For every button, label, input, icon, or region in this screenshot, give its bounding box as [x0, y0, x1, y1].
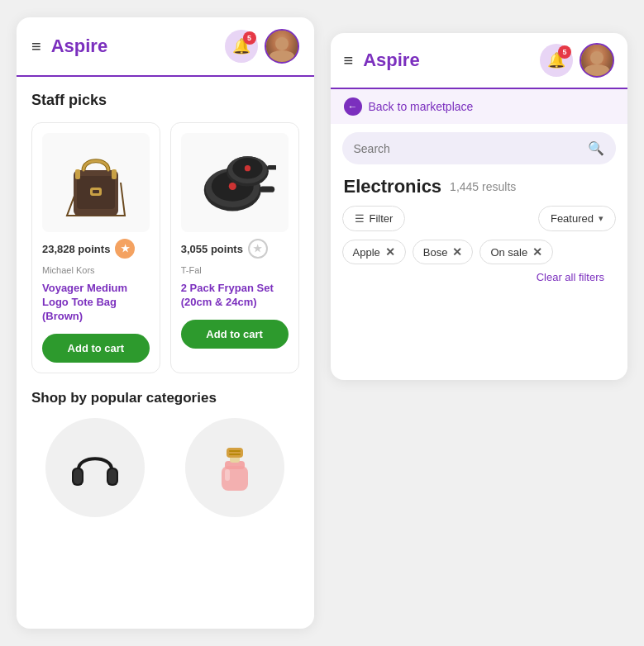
- svg-rect-19: [108, 469, 117, 484]
- search-input[interactable]: [354, 142, 582, 155]
- category-headphones[interactable]: [31, 418, 160, 517]
- svg-rect-25: [229, 454, 241, 455]
- featured-dropdown[interactable]: Featured ▾: [538, 206, 616, 231]
- add-to-cart-button-1[interactable]: Add to cart: [42, 334, 150, 363]
- back-arrow-icon: ←: [344, 97, 362, 116]
- favorite-star-empty[interactable]: ★: [248, 239, 268, 259]
- right-notification-bell[interactable]: 🔔 5: [540, 44, 573, 77]
- svg-rect-23: [227, 448, 243, 458]
- svg-rect-24: [229, 450, 241, 452]
- frypan-image-container: [181, 133, 289, 232]
- perfume-svg: [202, 435, 268, 501]
- search-bar[interactable]: 🔍: [342, 132, 617, 164]
- product2-points: 3,055 points ★: [181, 239, 289, 259]
- product-grid: 23,828 points ★ Michael Kors Voyager Med…: [31, 122, 299, 373]
- favorite-star-filled[interactable]: ★: [115, 239, 135, 259]
- hamburger-icon[interactable]: ≡: [31, 37, 41, 56]
- active-filters: Apple ✕ Bose ✕ On sale ✕: [331, 240, 628, 271]
- add-to-cart-button-2[interactable]: Add to cart: [181, 320, 289, 349]
- handbag-svg: [59, 141, 133, 224]
- filter-bar: ☰ Filter Featured ▾: [331, 206, 628, 240]
- clear-all-filters-link[interactable]: Clear all filters: [525, 271, 616, 292]
- results-count: 1,445 results: [450, 180, 516, 193]
- right-avatar-image: [581, 45, 613, 76]
- frypan-svg: [193, 145, 276, 220]
- search-icon: 🔍: [588, 140, 604, 156]
- notification-bell[interactable]: 🔔 5: [225, 30, 258, 63]
- avatar-image: [266, 31, 298, 62]
- category-fragrance[interactable]: [171, 418, 299, 517]
- svg-rect-5: [93, 190, 99, 193]
- svg-point-10: [228, 183, 236, 190]
- chip-label-bose: Bose: [423, 246, 448, 259]
- left-app-logo: Aspire: [51, 36, 225, 57]
- svg-point-15: [244, 165, 250, 171]
- filters-bottom-row: Clear all filters: [331, 271, 628, 300]
- filter-chip-bose[interactable]: Bose ✕: [413, 240, 474, 264]
- left-header-actions: 🔔 5: [225, 29, 299, 64]
- left-app-header: ≡ Aspire 🔔 5: [17, 17, 314, 77]
- filter-chip-on-sale[interactable]: On sale ✕: [479, 240, 553, 264]
- filter-label: Filter: [370, 212, 394, 225]
- right-panel: ≡ Aspire 🔔 5 ← Back to marketplace 🔍 Ele…: [331, 33, 628, 380]
- product2-brand: T-Fal: [181, 265, 289, 275]
- back-label: Back to marketplace: [369, 100, 474, 113]
- product1-points: 23,828 points ★: [42, 239, 150, 259]
- svg-rect-2: [75, 169, 80, 179]
- filter-bars-icon: ☰: [355, 212, 365, 225]
- product-card-handbag: 23,828 points ★ Michael Kors Voyager Med…: [31, 122, 160, 373]
- product2-name: 2 Pack Frypan Set (20cm & 24cm): [181, 282, 289, 310]
- product1-brand: Michael Kors: [42, 265, 150, 275]
- svg-rect-14: [267, 165, 276, 169]
- featured-label: Featured: [551, 212, 594, 225]
- left-panel: ≡ Aspire 🔔 5 Staff picks: [17, 17, 314, 629]
- fragrance-circle: [185, 418, 284, 517]
- points-text: 23,828 points: [42, 243, 110, 255]
- handbag-image-container: [42, 133, 150, 232]
- chip-label-apple: Apple: [353, 246, 380, 259]
- product1-name: Voyager Medium Logo Tote Bag (Brown): [42, 282, 150, 324]
- right-notification-badge: 5: [558, 45, 571, 59]
- headphones-svg: [62, 435, 128, 501]
- points-text-2: 3,055 points: [181, 243, 243, 255]
- right-app-header: ≡ Aspire 🔔 5: [331, 33, 628, 89]
- chip-close-apple[interactable]: ✕: [385, 245, 395, 259]
- svg-rect-26: [225, 469, 230, 481]
- back-to-marketplace-link[interactable]: ← Back to marketplace: [331, 89, 628, 124]
- category-name: Electronics: [344, 176, 442, 197]
- chip-close-bose[interactable]: ✕: [452, 245, 462, 259]
- svg-rect-9: [260, 187, 274, 192]
- right-avatar[interactable]: [580, 43, 614, 78]
- categories-grid: [31, 418, 299, 517]
- product-card-frypan: 3,055 points ★ T-Fal 2 Pack Frypan Set (…: [170, 122, 299, 373]
- left-panel-content: Staff picks: [17, 77, 314, 629]
- shop-categories-title: Shop by popular categories: [31, 390, 299, 406]
- chip-label-on-sale: On sale: [490, 246, 527, 259]
- avatar[interactable]: [265, 29, 299, 64]
- right-header-actions: 🔔 5: [540, 43, 614, 78]
- filter-button[interactable]: ☰ Filter: [342, 206, 406, 231]
- chip-close-on-sale[interactable]: ✕: [532, 245, 542, 259]
- right-hamburger-icon[interactable]: ≡: [344, 51, 354, 70]
- staff-picks-title: Staff picks: [31, 92, 299, 109]
- right-app-logo: Aspire: [363, 50, 540, 71]
- filter-chip-apple[interactable]: Apple ✕: [342, 240, 406, 264]
- svg-rect-18: [74, 469, 82, 484]
- chevron-down-icon: ▾: [599, 213, 603, 224]
- headphones-circle: [45, 418, 145, 517]
- notification-badge: 5: [243, 31, 256, 45]
- svg-rect-3: [112, 169, 117, 179]
- category-header: Electronics 1,445 results: [331, 173, 628, 206]
